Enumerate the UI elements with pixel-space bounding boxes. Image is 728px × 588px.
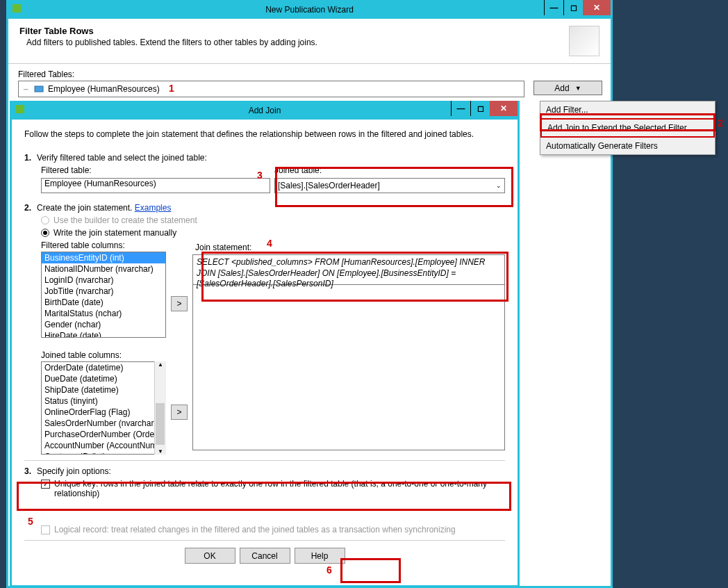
ok-button[interactable]: OK — [185, 548, 235, 564]
filtered-tables-label: Filtered Tables: — [18, 70, 601, 79]
intro-text: Follow the steps to complete the join st… — [24, 129, 505, 139]
header-graphic — [569, 26, 599, 56]
close-button[interactable]: ✕ — [583, 0, 611, 15]
annotation-box-6 — [340, 558, 401, 583]
add-button[interactable]: Add ▼ — [533, 81, 602, 95]
annotation-3: 3 — [257, 170, 263, 181]
examples-link[interactable]: Examples — [135, 203, 172, 213]
annotation-box-2 — [540, 113, 715, 131]
table-icon — [34, 84, 44, 94]
list-item[interactable]: LoginID (nvarchar) — [42, 275, 165, 286]
annotation-2: 2 — [718, 117, 723, 129]
list-item[interactable]: AccountNumber (AccountNumber) — [42, 440, 154, 451]
svg-rect-1 — [35, 86, 43, 92]
annotation-box-5 — [17, 482, 511, 511]
annotation-6: 6 — [326, 564, 332, 575]
list-item[interactable]: NationalIDNumber (nvarchar) — [42, 263, 165, 275]
list-item[interactable]: Status (tinyint) — [42, 395, 154, 407]
list-item[interactable]: PurchaseOrderNumber (OrderNum — [42, 429, 154, 440]
list-item[interactable]: SalesOrderNumber (nvarchar) — [42, 418, 154, 429]
chevron-down-icon: ▼ — [575, 85, 581, 92]
move-right-button-1[interactable]: > — [171, 296, 188, 311]
scrollbar[interactable]: ▲ ▼ — [154, 361, 166, 455]
joined-cols-label: Joined table columns: — [41, 350, 166, 360]
annotation-4: 4 — [267, 238, 272, 249]
menu-auto-generate[interactable]: Automatically Generate Filters — [540, 138, 715, 154]
list-item[interactable]: CustomerID (int) — [42, 451, 154, 455]
aj-minimize-button[interactable]: — — [451, 101, 470, 116]
filtered-columns-listbox[interactable]: BusinessEntityID (int) NationalIDNumber … — [41, 252, 166, 338]
logical-record-checkbox — [41, 525, 50, 534]
list-item[interactable]: OnlineOrderFlag (Flag) — [42, 407, 154, 418]
step2-number: 2. — [24, 203, 37, 213]
annotation-box-4 — [201, 252, 508, 302]
page-subtitle: Add filters to published tables. Extend … — [19, 38, 569, 47]
filtered-table-field: Employee (HumanResources) — [41, 178, 270, 193]
cancel-button[interactable]: Cancel — [240, 548, 290, 564]
header-panel: Filter Table Rows Add filters to publish… — [8, 19, 611, 64]
main-title: New Publication Wizard — [8, 5, 611, 15]
add-join-title: Add Join — [12, 106, 518, 115]
list-item[interactable]: Gender (nchar) — [42, 319, 165, 330]
aj-close-button[interactable]: ✕ — [490, 101, 518, 116]
list-item[interactable]: BirthDate (date) — [42, 297, 165, 308]
list-item[interactable]: MaritalStatus (nchar) — [42, 308, 165, 319]
move-right-button-2[interactable]: > — [171, 405, 188, 420]
radio-manual[interactable] — [41, 229, 49, 237]
page-title: Filter Table Rows — [19, 26, 569, 36]
add-join-titlebar: Add Join — ◻ ✕ — [12, 101, 518, 120]
list-item[interactable]: BusinessEntityID (int) — [42, 252, 165, 263]
radio-builder — [41, 216, 49, 224]
maximize-button[interactable]: ◻ — [563, 0, 583, 15]
filtered-tables-tree[interactable]: ····· Employee (HumanResources) — [18, 81, 524, 97]
list-item[interactable]: DueDate (datetime) — [42, 373, 154, 384]
list-item[interactable]: HireDate (date) — [42, 330, 165, 338]
list-item[interactable]: ShipDate (datetime) — [42, 384, 154, 395]
annotation-1: 1 — [169, 83, 174, 94]
step3-label: Specify join options: — [37, 466, 111, 476]
minimize-button[interactable]: — — [544, 0, 563, 15]
filtered-table-label: Filtered table: — [41, 165, 270, 175]
radio-manual-label: Write the join statement manually — [53, 228, 176, 238]
help-button[interactable]: Help — [295, 548, 345, 564]
step2-label: Create the join statement. — [37, 203, 132, 213]
filtered-cols-label: Filtered table columns: — [41, 240, 166, 250]
step1-label: Verify filtered table and select the joi… — [37, 153, 207, 163]
joined-columns-listbox[interactable]: OrderDate (datetime) DueDate (datetime) … — [41, 361, 166, 455]
join-statement-area[interactable] — [192, 285, 505, 450]
step1-number: 1. — [24, 153, 37, 163]
main-titlebar: New Publication Wizard — ◻ ✕ — [8, 0, 611, 19]
aj-maximize-button[interactable]: ◻ — [470, 101, 490, 116]
annotation-5: 5 — [28, 516, 33, 527]
list-item[interactable]: JobTitle (nvarchar) — [42, 286, 165, 297]
list-item[interactable]: OrderDate (datetime) — [42, 362, 154, 373]
logical-record-label: Logical record: treat related changes in… — [54, 525, 456, 534]
radio-builder-label: Use the builder to create the statement — [53, 215, 197, 225]
annotation-box-3 — [275, 167, 513, 207]
tree-item-employee[interactable]: Employee (HumanResources) — [35, 84, 160, 94]
step3-number: 3. — [24, 466, 37, 476]
